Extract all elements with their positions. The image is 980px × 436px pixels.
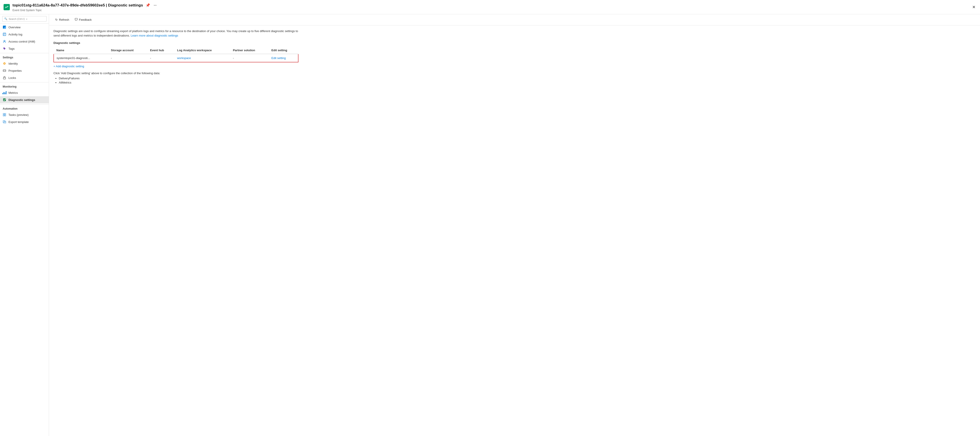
svg-rect-10 xyxy=(3,78,6,79)
header-subtitle: Event Grid System Topic xyxy=(13,9,971,12)
sidebar-search-container: 🔍 Search (Ctrl+/) « xyxy=(0,14,49,24)
cell-edit-setting: Edit setting xyxy=(269,54,298,62)
sidebar-item-iam[interactable]: Access control (IAM) xyxy=(0,38,49,45)
svg-rect-14 xyxy=(3,115,4,116)
header-title-block: topic01stg-811a624a-8a77-437e-89de-dfeb5… xyxy=(13,2,971,12)
sidebar-item-overview[interactable]: Overview xyxy=(0,24,49,31)
metrics-icon xyxy=(3,91,6,94)
list-item: AllMetrics xyxy=(59,81,975,84)
add-diagnostic-setting-link[interactable]: + Add diagnostic setting xyxy=(54,65,84,68)
refresh-button[interactable]: ↻ Refresh xyxy=(52,17,72,23)
identity-icon xyxy=(3,62,6,65)
svg-point-4 xyxy=(4,40,5,42)
sidebar-item-label: Properties xyxy=(8,69,22,72)
feedback-icon xyxy=(75,18,78,22)
settings-section-label: Settings xyxy=(0,53,49,60)
page-title: topic01stg-811a624a-8a77-437e-89de-dfeb5… xyxy=(13,2,971,8)
app-icon xyxy=(3,4,10,10)
col-edit-setting: Edit setting xyxy=(269,47,298,54)
diagnostic-settings-table: Name Storage account Event hub Log Analy… xyxy=(54,47,299,62)
sidebar-item-label: Diagnostic settings xyxy=(8,98,35,102)
more-button[interactable]: ··· xyxy=(153,2,158,8)
svg-point-7 xyxy=(4,63,5,64)
sidebar-item-label: Tags xyxy=(8,47,14,50)
svg-rect-12 xyxy=(3,113,4,115)
pin-button[interactable]: 📌 xyxy=(145,2,151,8)
monitoring-section-label: Monitoring xyxy=(0,82,49,89)
sidebar-item-label: Metrics xyxy=(8,91,18,94)
refresh-icon: ↻ xyxy=(55,18,58,21)
automation-section-label: Automation xyxy=(0,104,49,111)
sidebar-item-label: Access control (IAM) xyxy=(8,40,35,43)
header: topic01stg-811a624a-8a77-437e-89de-dfeb5… xyxy=(0,0,980,14)
sidebar-item-label: Overview xyxy=(8,25,21,29)
sidebar-item-tasks-preview[interactable]: Tasks (preview) xyxy=(0,111,49,118)
sidebar-item-metrics[interactable]: Metrics xyxy=(0,89,49,96)
cell-log-analytics: workspace xyxy=(174,54,230,62)
table-body: systemtopic01-diagnosti... - - workspace… xyxy=(54,54,298,62)
content-area: ↻ Refresh Feedback Diagnostic settings a… xyxy=(49,14,980,436)
sidebar-item-identity[interactable]: Identity xyxy=(0,60,49,67)
svg-point-5 xyxy=(3,48,4,48)
overview-icon xyxy=(3,25,6,29)
feedback-button[interactable]: Feedback xyxy=(72,16,94,23)
collapse-button[interactable]: « xyxy=(26,18,27,20)
main-layout: 🔍 Search (Ctrl+/) « Overview Activity lo… xyxy=(0,14,980,436)
configure-text: Click 'Add Diagnostic setting' above to … xyxy=(54,72,975,75)
sidebar-item-activity-log[interactable]: Activity log xyxy=(0,31,49,38)
sidebar: 🔍 Search (Ctrl+/) « Overview Activity lo… xyxy=(0,14,49,436)
toolbar: ↻ Refresh Feedback xyxy=(49,14,980,25)
data-types-list: DeliveryFailures AllMetrics xyxy=(54,76,975,84)
sidebar-item-label: Export template xyxy=(8,120,29,124)
properties-icon xyxy=(3,69,6,72)
close-button[interactable]: ✕ xyxy=(971,4,977,11)
tasks-icon xyxy=(3,113,6,116)
sidebar-item-label: Identity xyxy=(8,62,18,65)
diagnostic-settings-icon xyxy=(3,98,6,102)
sidebar-item-diagnostic-settings[interactable]: Diagnostic settings xyxy=(0,96,49,103)
edit-setting-link[interactable]: Edit setting xyxy=(272,56,286,60)
iam-icon xyxy=(3,40,6,43)
sidebar-item-properties[interactable]: Properties xyxy=(0,67,49,74)
description-text: Diagnostic settings are used to configur… xyxy=(54,29,299,38)
list-item: DeliveryFailures xyxy=(59,76,975,80)
col-log-analytics: Log Analytics workspace xyxy=(174,47,230,54)
table-row: systemtopic01-diagnosti... - - workspace… xyxy=(54,54,298,62)
cell-name: systemtopic01-diagnosti... xyxy=(54,54,108,62)
sidebar-item-label: Activity log xyxy=(8,33,22,36)
export-icon xyxy=(3,120,6,124)
search-icon: 🔍 xyxy=(4,18,7,20)
sidebar-item-locks[interactable]: Locks xyxy=(0,74,49,81)
header-actions: ✕ xyxy=(971,4,977,11)
learn-more-link[interactable]: Learn more about diagnostic settings xyxy=(131,34,178,37)
table-header: Name Storage account Event hub Log Analy… xyxy=(54,47,298,54)
col-event-hub: Event hub xyxy=(148,47,174,54)
svg-rect-13 xyxy=(5,113,6,115)
locks-icon xyxy=(3,76,6,80)
svg-rect-15 xyxy=(5,115,6,116)
svg-rect-8 xyxy=(3,70,6,72)
col-name: Name xyxy=(54,47,108,54)
sidebar-item-label: Tasks (preview) xyxy=(8,113,29,116)
app-container: topic01stg-811a624a-8a77-437e-89de-dfeb5… xyxy=(0,0,980,436)
sidebar-item-export-template[interactable]: Export template xyxy=(0,118,49,126)
search-input-wrapper[interactable]: 🔍 Search (Ctrl+/) « xyxy=(2,16,46,22)
section-title: Diagnostic settings xyxy=(54,41,975,45)
cell-storage: - xyxy=(108,54,148,62)
col-storage: Storage account xyxy=(108,47,148,54)
workspace-link[interactable]: workspace xyxy=(177,56,191,60)
search-placeholder: Search (Ctrl+/) xyxy=(9,18,25,20)
content-body: Diagnostic settings are used to configur… xyxy=(49,25,980,89)
table-header-row: Name Storage account Event hub Log Analy… xyxy=(54,47,298,54)
tags-icon xyxy=(3,47,6,50)
col-partner-solution: Partner solution xyxy=(230,47,269,54)
cell-partner-solution: - xyxy=(230,54,269,62)
cell-event-hub: - xyxy=(148,54,174,62)
activity-log-icon xyxy=(3,32,6,36)
sidebar-item-label: Locks xyxy=(8,76,16,80)
sidebar-item-tags[interactable]: Tags xyxy=(0,45,49,52)
